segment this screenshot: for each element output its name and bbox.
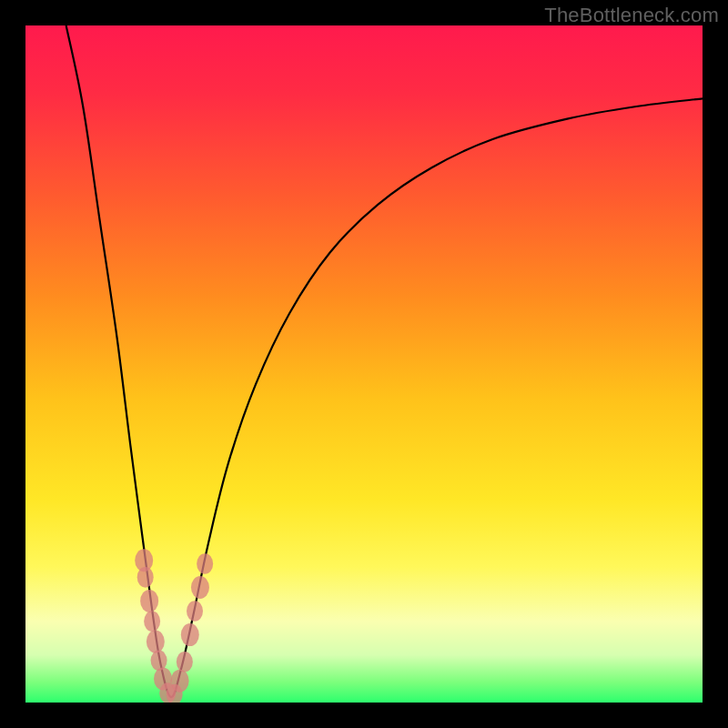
curve-marker [140, 590, 158, 612]
curve-marker [181, 623, 199, 646]
curve-marker [197, 553, 213, 574]
curve-marker [187, 601, 203, 622]
curve-marker [137, 567, 154, 588]
watermark-text: TheBottleneck.com [544, 4, 719, 27]
chart-svg [25, 25, 703, 703]
curve-marker [147, 631, 165, 653]
chart-frame: TheBottleneck.com [0, 0, 728, 728]
curve-marker [171, 670, 189, 693]
plot-area [25, 25, 703, 703]
curve-marker [191, 576, 209, 599]
gradient-background [25, 25, 703, 703]
curve-marker [144, 611, 160, 632]
curve-marker [177, 652, 193, 672]
